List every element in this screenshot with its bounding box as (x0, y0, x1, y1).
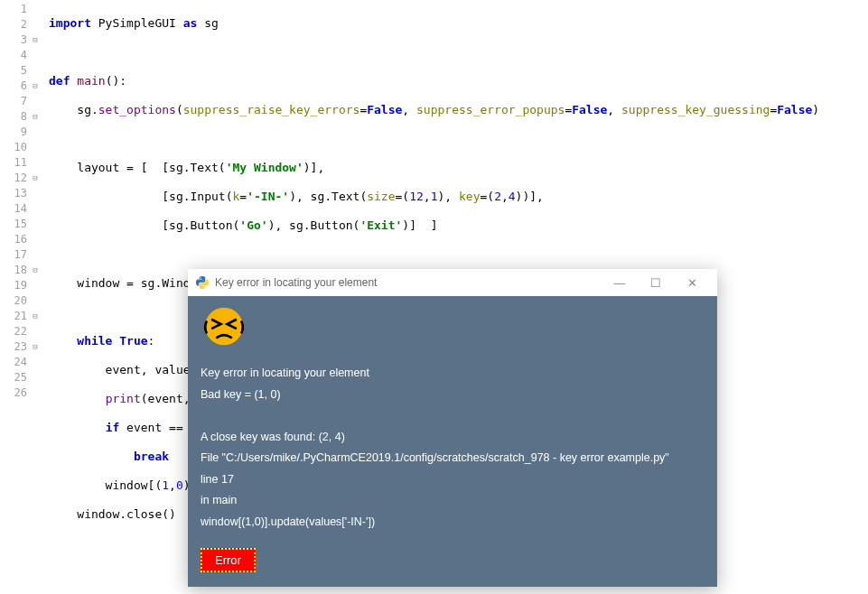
line-number: 12⊟ (0, 171, 40, 186)
code-line: sg.set_options(suppress_raise_key_errors… (49, 102, 868, 117)
fold-icon[interactable]: ⊟ (31, 174, 40, 183)
line-number: 17 (0, 247, 40, 263)
fold-icon[interactable]: ⊟ (31, 36, 40, 45)
line-number: 16 (0, 232, 40, 247)
error-text: window[(1,0)].update(values['-IN-']) (201, 515, 705, 531)
dialog-title: Key error in locating your element (215, 276, 602, 289)
error-text: File "C:/Users/mike/.PyCharmCE2019.1/con… (201, 450, 705, 467)
code-line: def main(): (49, 73, 868, 88)
minimize-button[interactable]: — (602, 269, 638, 296)
error-button[interactable]: Error (201, 548, 256, 572)
line-number: 3⊟ (0, 32, 40, 48)
line-number: 20 (0, 293, 40, 309)
code-line: [sg.Button('Go'), sg.Button('Exit')] ] (49, 218, 868, 233)
line-number: 26 (0, 385, 40, 401)
line-number: 14 (0, 201, 40, 217)
fold-icon[interactable]: ⊟ (31, 343, 40, 352)
fold-icon[interactable]: ⊟ (31, 266, 40, 275)
error-text: Key error in locating your element (201, 366, 705, 382)
line-number: 4 (0, 48, 40, 63)
error-text: A close key was found: (2, 4) (201, 430, 705, 446)
code-line: layout = [ [sg.Text('My Window')], (49, 160, 868, 175)
error-dialog: Key error in locating your element — ☐ ✕… (188, 269, 717, 587)
python-icon (195, 275, 210, 290)
line-number: 8⊟ (0, 109, 40, 125)
code-line (49, 131, 868, 146)
fold-icon[interactable]: ⊟ (31, 312, 40, 321)
frustrated-emoji-icon (201, 305, 247, 348)
line-number: 24 (0, 355, 40, 370)
line-number: 19 (0, 278, 40, 293)
line-number: 15 (0, 217, 40, 232)
code-line (49, 246, 868, 262)
error-text: line 17 (201, 472, 705, 488)
line-number: 25 (0, 370, 40, 385)
line-number: 9 (0, 125, 40, 140)
code-line (49, 44, 868, 60)
fold-icon[interactable]: ⊟ (31, 113, 40, 122)
line-number: 18⊟ (0, 263, 40, 278)
svg-point-0 (205, 308, 243, 346)
line-number: 6⊟ (0, 79, 40, 94)
close-button[interactable]: ✕ (674, 269, 710, 296)
line-number: 2 (0, 17, 40, 32)
dialog-body: Key error in locating your element Bad k… (188, 296, 717, 581)
line-number: 23⊟ (0, 339, 40, 355)
line-number: 7 (0, 94, 40, 109)
line-number: 13 (0, 186, 40, 201)
error-text: Bad key = (1, 0) (201, 387, 705, 404)
error-text: in main (201, 493, 705, 509)
code-line: import PySimpleGUI as sg (49, 15, 868, 31)
fold-icon[interactable]: ⊟ (31, 82, 40, 91)
line-number: 11 (0, 155, 40, 171)
line-number: 21⊟ (0, 309, 40, 324)
code-line: [sg.Input(k='-IN-'), sg.Text(size=(12,1)… (49, 189, 868, 204)
line-number: 22 (0, 324, 40, 339)
maximize-button[interactable]: ☐ (638, 269, 674, 296)
line-number: 10 (0, 140, 40, 155)
line-number: 5 (0, 63, 40, 79)
line-number-gutter: 1 2 3⊟ 4 5 6⊟ 7 8⊟ 9 10 11 12⊟ 13 14 15 … (0, 0, 43, 594)
dialog-titlebar[interactable]: Key error in locating your element — ☐ ✕ (188, 269, 717, 296)
line-number: 1 (0, 2, 40, 17)
